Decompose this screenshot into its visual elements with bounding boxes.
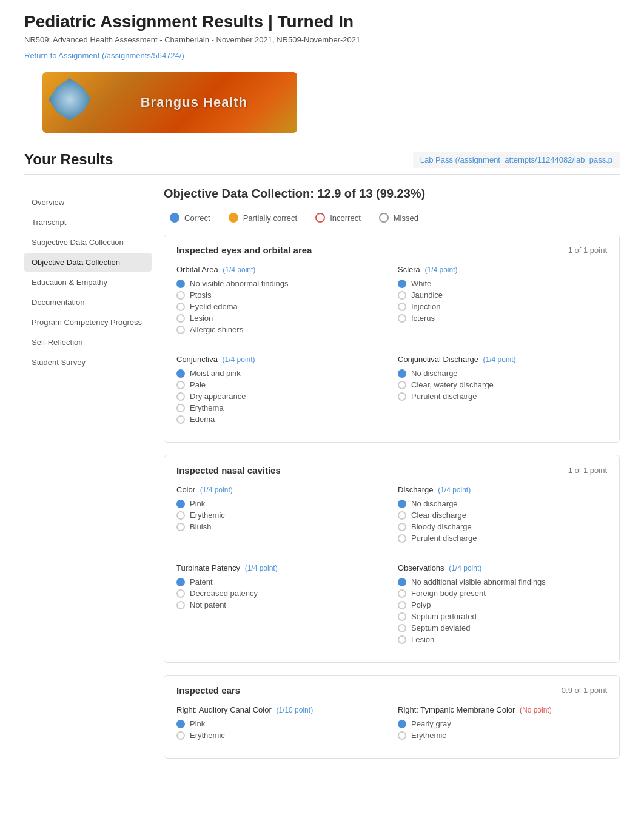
- option-text: Septum deviated: [411, 623, 471, 632]
- option-text: White: [411, 279, 431, 288]
- conjunctival-discharge-label: Conjunctival Discharge (1/4 point): [398, 355, 607, 364]
- radio-circle: [176, 291, 185, 300]
- radio-circle: [176, 578, 185, 586]
- option-item: Polyp: [398, 599, 607, 611]
- option-item: Not patent: [176, 599, 386, 611]
- radio-circle: [176, 280, 185, 288]
- option-item: White: [398, 278, 607, 289]
- radio-circle: [398, 601, 406, 609]
- sidebar-item-subjective[interactable]: Subjective Data Collection: [24, 233, 152, 252]
- radio-circle: [176, 601, 185, 609]
- sidebar-item-overview[interactable]: Overview: [24, 193, 152, 212]
- option-item: Dry appearance: [176, 391, 386, 402]
- your-results-title: Your Results: [24, 151, 113, 168]
- sidebar: Overview Transcript Subjective Data Coll…: [24, 187, 152, 771]
- option-item: Icterus: [398, 312, 607, 324]
- option-item: Erythemic: [398, 729, 607, 741]
- page-title: Pediatric Assignment Results | Turned In: [24, 12, 620, 32]
- option-item: No discharge: [398, 498, 607, 509]
- sidebar-item-reflection[interactable]: Self-Reflection: [24, 333, 152, 352]
- option-text: Edema: [190, 415, 215, 424]
- partial-dot: [229, 213, 238, 223]
- radio-circle: [398, 578, 406, 586]
- option-text: Moist and pink: [190, 369, 241, 378]
- option-item: Clear discharge: [398, 509, 607, 521]
- lab-pass-link[interactable]: Lab Pass (/assignment_attempts/11244082/…: [413, 152, 620, 168]
- conjunctival-discharge-block: Conjunctival Discharge (1/4 point) No di…: [398, 355, 607, 425]
- ears-question-grid: Right: Auditory Canal Color (1/10 point)…: [176, 705, 607, 748]
- auditory-canal-block: Right: Auditory Canal Color (1/10 point)…: [176, 705, 386, 741]
- subsection-nasal-title: Inspected nasal cavities: [176, 465, 281, 475]
- option-text: Icterus: [411, 314, 435, 323]
- orbital-area-label: Orbital Area (1/4 point): [176, 265, 386, 274]
- radio-circle: [176, 381, 185, 389]
- radio-circle: [176, 500, 185, 508]
- sclera-label: Sclera (1/4 point): [398, 265, 607, 274]
- conjunctival-discharge-options: No discharge Clear, watery discharge Pur…: [398, 367, 607, 402]
- nasal-observations-points: (1/4 point): [449, 564, 481, 572]
- option-text: Purulent discharge: [411, 534, 477, 543]
- orbital-area-points: (1/4 point): [223, 266, 255, 274]
- sidebar-item-objective[interactable]: Objective Data Collection: [24, 253, 152, 272]
- turbinate-block: Turbinate Patency (1/4 point) Patent Dec…: [176, 563, 386, 645]
- sidebar-item-program[interactable]: Program Competency Progress: [24, 313, 152, 332]
- radio-circle: [398, 523, 406, 531]
- radio-circle: [398, 500, 406, 508]
- option-item: Edema: [176, 414, 386, 425]
- radio-circle: [398, 280, 406, 288]
- orbital-area-options: No visible abnormal findings Ptosis Eyel…: [176, 278, 386, 335]
- sidebar-item-documentation[interactable]: Documentation: [24, 293, 152, 312]
- return-assignment-link[interactable]: Return to Assignment (/assignments/56472…: [24, 51, 184, 60]
- subsection-ears-header: Inspected ears 0.9 of 1 point: [176, 685, 607, 696]
- radio-circle: [398, 381, 406, 389]
- return-link-href: (/assignments/564724/): [102, 51, 184, 60]
- option-text: Clear discharge: [411, 511, 466, 520]
- conjunctival-discharge-points: (1/4 point): [483, 355, 516, 364]
- subsection-nasal-score: 1 of 1 point: [568, 466, 607, 475]
- option-text: Pale: [190, 380, 206, 389]
- section-title: Objective Data Collection: 12.9 of 13 (9…: [164, 187, 620, 201]
- option-text: Septum perforated: [411, 612, 477, 621]
- subsection-nasal: Inspected nasal cavities 1 of 1 point Co…: [164, 455, 620, 663]
- subsection-nasal-header: Inspected nasal cavities 1 of 1 point: [176, 465, 607, 475]
- radio-circle: [176, 511, 185, 520]
- option-text: Erythemic: [190, 731, 225, 740]
- option-item: Decreased patency: [176, 588, 386, 599]
- sclera-points: (1/4 point): [424, 266, 457, 274]
- legend-partial: Partially correct: [229, 213, 298, 223]
- results-header: Your Results Lab Pass (/assignment_attem…: [24, 151, 620, 175]
- sidebar-item-survey[interactable]: Student Survey: [24, 353, 152, 372]
- radio-circle: [398, 314, 406, 323]
- subsection-ears: Inspected ears 0.9 of 1 point Right: Aud…: [164, 675, 620, 759]
- option-item: Eyelid edema: [176, 301, 386, 312]
- nasal-color-block: Color (1/4 point) Pink Erythemic: [176, 485, 386, 544]
- option-item: Allergic shiners: [176, 324, 386, 335]
- option-text: Injection: [411, 302, 440, 311]
- option-item: Erythema: [176, 402, 386, 414]
- nasal-discharge-label: Discharge (1/4 point): [398, 485, 607, 494]
- tympanic-membrane-block: Right: Tympanic Membrane Color (No point…: [398, 705, 607, 741]
- legend-missed-label: Missed: [394, 213, 418, 223]
- option-text: Patent: [190, 577, 213, 586]
- option-item: Lesion: [176, 312, 386, 324]
- option-text: Polyp: [411, 600, 431, 609]
- option-item: Pink: [176, 718, 386, 729]
- sidebar-item-transcript[interactable]: Transcript: [24, 213, 152, 232]
- option-text: No visible abnormal findings: [190, 279, 289, 288]
- radio-circle: [176, 404, 185, 412]
- nasal-question-grid: Color (1/4 point) Pink Erythemic: [176, 485, 607, 652]
- option-item: Pale: [176, 379, 386, 391]
- radio-circle: [398, 635, 406, 644]
- legend-correct: Correct: [170, 213, 210, 223]
- option-item: Erythemic: [176, 509, 386, 521]
- radio-circle: [398, 720, 406, 728]
- missed-dot: [379, 213, 389, 223]
- banner-image: Brangus Health: [42, 72, 297, 133]
- option-item: No visible abnormal findings: [176, 278, 386, 289]
- option-item: Clear, watery discharge: [398, 379, 607, 391]
- option-item: Septum perforated: [398, 611, 607, 622]
- option-item: Injection: [398, 301, 607, 312]
- sidebar-item-education[interactable]: Education & Empathy: [24, 273, 152, 292]
- option-text: Dry appearance: [190, 392, 246, 401]
- conjunctiva-label: Conjunctiva (1/4 point): [176, 355, 386, 364]
